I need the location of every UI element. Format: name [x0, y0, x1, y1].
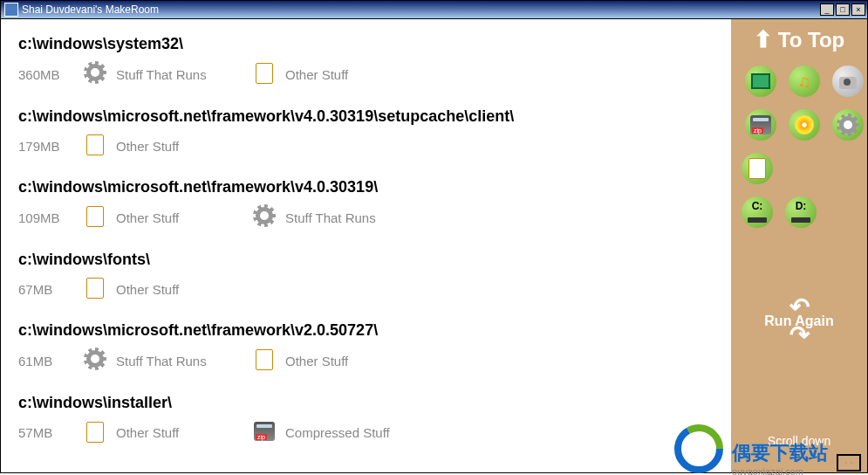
- doc-icon: [252, 348, 277, 374]
- app-icon: [4, 3, 18, 17]
- doc-icon: [83, 276, 107, 302]
- category-label: Other Stuff: [285, 67, 348, 82]
- category-label: Other Stuff: [285, 354, 348, 368]
- folder-size: 57MB: [18, 425, 71, 440]
- folder-path: c:\windows\microsoft.net\framework\v4.0.…: [18, 107, 714, 126]
- folder-path: c:\windows\microsoft.net\framework\v4.0.…: [18, 178, 714, 196]
- gear-icon: [83, 60, 107, 88]
- folder-size: 61MB: [18, 354, 71, 368]
- drive-d-button[interactable]: D:: [785, 196, 817, 228]
- to-top-label: To Top: [778, 28, 844, 52]
- category-doc[interactable]: Other Stuff: [83, 204, 240, 231]
- doc-icon: [83, 133, 107, 159]
- arrow-up-icon: ⬆: [754, 26, 773, 53]
- folder-entry[interactable]: c:\windows\system32\360MBStuff That Runs…: [18, 35, 714, 88]
- category-gear[interactable]: Stuff That Runs: [83, 347, 240, 375]
- category-label: Stuff That Runs: [116, 67, 207, 82]
- category-label: Other Stuff: [116, 210, 179, 225]
- category-label: Stuff That Runs: [285, 210, 376, 225]
- filter-disc-icon[interactable]: [789, 109, 820, 141]
- folder-size: 67MB: [18, 282, 71, 297]
- filter-compressed-icon[interactable]: [745, 109, 776, 141]
- folder-path: c:\windows\installer\: [18, 394, 714, 412]
- refresh-icon: ↶: [764, 301, 833, 313]
- folder-path: c:\windows\system32\: [18, 35, 714, 53]
- category-doc[interactable]: Other Stuff: [252, 61, 409, 87]
- watermark-url: ouyaoxiazai.com: [732, 466, 828, 475]
- category-label: Compressed Stuff: [285, 425, 390, 440]
- window-controls: _ □ ×: [820, 3, 865, 16]
- folder-entry[interactable]: c:\windows\fonts\67MBOther Stuff: [18, 251, 714, 302]
- watermark: 偶要下载站 ouyaoxiazai.com: [671, 421, 861, 475]
- watermark-logo-icon: [671, 421, 727, 475]
- folder-entry[interactable]: c:\windows\installer\57MBOther StuffComp…: [18, 394, 714, 446]
- category-doc[interactable]: Other Stuff: [83, 133, 240, 159]
- category-label: Other Stuff: [116, 139, 179, 154]
- zip-icon: [252, 419, 277, 446]
- filter-runs-icon[interactable]: [832, 109, 864, 141]
- category-gear[interactable]: Stuff That Runs: [83, 60, 240, 88]
- category-label: Other Stuff: [116, 282, 179, 297]
- run-again-button[interactable]: ↶ Run Again ↷: [764, 301, 833, 341]
- folder-entry[interactable]: c:\windows\microsoft.net\framework\v4.0.…: [18, 107, 714, 159]
- category-doc[interactable]: Other Stuff: [83, 420, 240, 446]
- minimize-button[interactable]: _: [820, 3, 834, 16]
- folder-size: 109MB: [18, 210, 71, 225]
- filter-other-icon[interactable]: [742, 153, 773, 184]
- sidebar: ⬆ To Top ♫ C: D: ↶ Run Again ↷ Scroll do…: [731, 19, 867, 472]
- doc-icon: [252, 61, 277, 87]
- folder-entry[interactable]: c:\windows\microsoft.net\framework\v2.0.…: [18, 321, 714, 375]
- category-zip[interactable]: Compressed Stuff: [252, 419, 409, 446]
- filter-photos-icon[interactable]: [832, 65, 864, 97]
- folder-size: 360MB: [18, 67, 71, 82]
- envelope-icon[interactable]: [837, 454, 861, 472]
- gear-icon: [83, 347, 107, 375]
- filter-music-icon[interactable]: ♫: [789, 65, 820, 97]
- category-doc[interactable]: Other Stuff: [83, 276, 240, 302]
- gear-icon: [252, 203, 277, 231]
- maximize-button[interactable]: □: [836, 3, 850, 16]
- folder-entry[interactable]: c:\windows\microsoft.net\framework\v4.0.…: [18, 178, 714, 231]
- drive-c-button[interactable]: C:: [742, 196, 773, 228]
- close-button[interactable]: ×: [851, 3, 865, 16]
- filter-movies-icon[interactable]: [745, 65, 776, 97]
- titlebar: Shai Duvdevani's MakeRoom _ □ ×: [0, 0, 868, 19]
- to-top-button[interactable]: ⬆ To Top: [754, 26, 844, 53]
- refresh-icon: ↷: [764, 329, 833, 341]
- category-doc[interactable]: Other Stuff: [252, 348, 409, 374]
- folder-size: 179MB: [18, 139, 71, 154]
- category-label: Other Stuff: [116, 425, 179, 440]
- results-panel: c:\windows\system32\360MBStuff That Runs…: [1, 19, 731, 472]
- window-title: Shai Duvdevani's MakeRoom: [22, 3, 820, 16]
- category-gear[interactable]: Stuff That Runs: [252, 203, 409, 231]
- category-label: Stuff That Runs: [116, 354, 207, 368]
- watermark-text: 偶要下载站: [732, 440, 828, 466]
- folder-path: c:\windows\fonts\: [18, 251, 714, 269]
- doc-icon: [83, 420, 107, 446]
- folder-path: c:\windows\microsoft.net\framework\v2.0.…: [18, 321, 714, 340]
- doc-icon: [83, 204, 107, 231]
